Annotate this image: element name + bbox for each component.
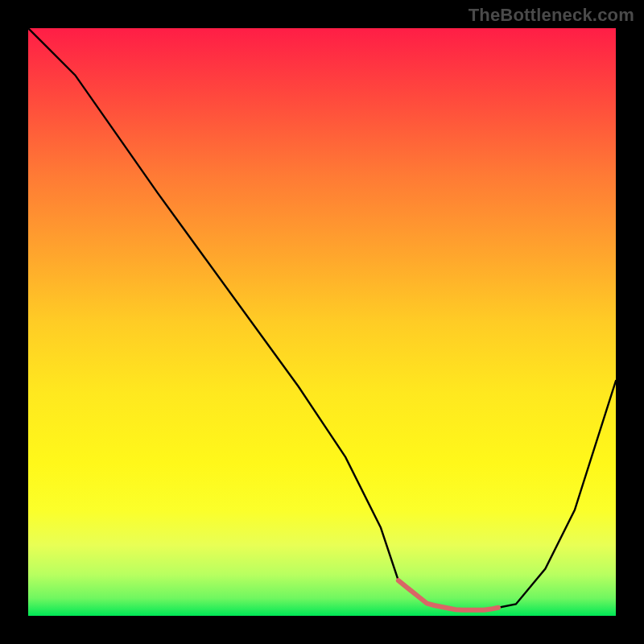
curve-path (28, 28, 616, 610)
plot-area (28, 28, 616, 616)
bottleneck-curve (28, 28, 616, 616)
watermark-label: TheBottleneck.com (469, 5, 634, 26)
chart-container: TheBottleneck.com (0, 0, 644, 644)
highlight-path (398, 580, 498, 610)
